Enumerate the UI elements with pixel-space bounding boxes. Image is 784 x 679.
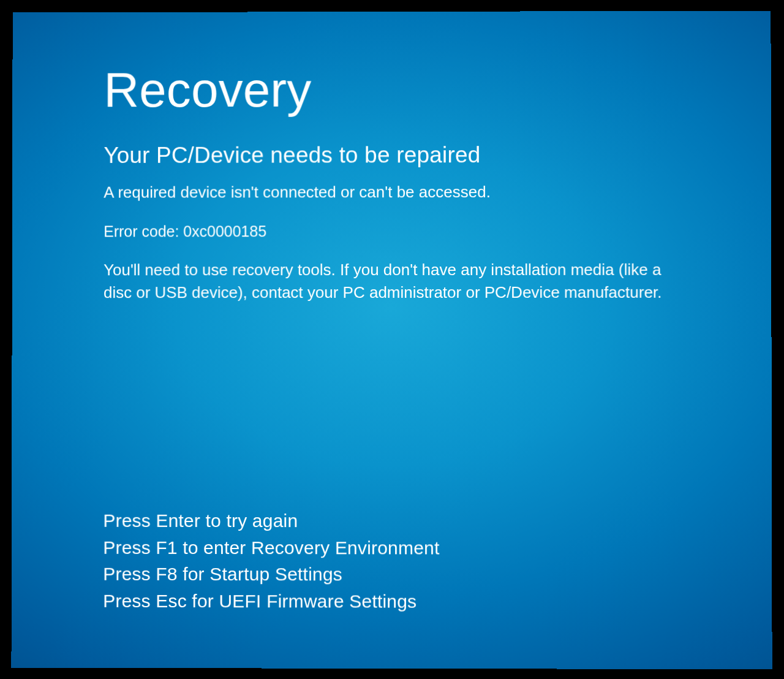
recovery-instruction: You'll need to use recovery tools. If yo… (104, 259, 679, 304)
error-code: Error code: 0xc0000185 (104, 222, 704, 241)
option-f8-startup-settings[interactable]: Press F8 for Startup Settings (103, 561, 439, 588)
keyboard-options: Press Enter to try again Press F1 to ent… (103, 507, 439, 615)
option-esc-uefi-firmware[interactable]: Press Esc for UEFI Firmware Settings (103, 587, 439, 614)
recovery-screen: Recovery Your PC/Device needs to be repa… (11, 11, 772, 670)
error-description: A required device isn't connected or can… (104, 181, 703, 203)
recovery-title: Recovery (104, 61, 703, 118)
recovery-subtitle: Your PC/Device needs to be repaired (104, 142, 703, 169)
option-enter-retry[interactable]: Press Enter to try again (103, 507, 439, 534)
option-f1-recovery-environment[interactable]: Press F1 to enter Recovery Environment (103, 534, 439, 561)
